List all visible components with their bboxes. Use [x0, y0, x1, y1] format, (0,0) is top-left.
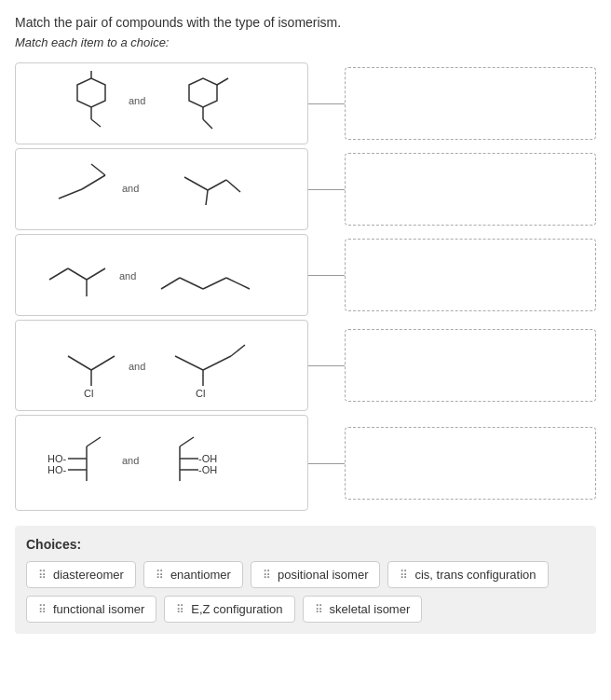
choice-label-3: positional isomer — [278, 568, 369, 582]
svg-line-30 — [175, 356, 203, 370]
svg-line-16 — [49, 268, 68, 280]
match-row-4: Cl and Cl — [15, 320, 596, 411]
svg-line-31 — [203, 356, 231, 370]
svg-line-18 — [87, 268, 105, 280]
svg-line-5 — [217, 78, 228, 85]
svg-line-3 — [91, 119, 101, 127]
svg-text:and: and — [129, 361, 145, 372]
svg-line-7 — [203, 119, 212, 129]
compound-svg-3: and — [40, 242, 282, 308]
drag-icon-6: ⠿ — [176, 603, 185, 616]
choice-skeletal-isomer[interactable]: ⠿ skeletal isomer — [303, 596, 423, 623]
drag-icon-5: ⠿ — [38, 603, 48, 616]
choice-label-6: E,Z configuration — [191, 602, 282, 616]
drag-icon-2: ⠿ — [156, 569, 165, 582]
choices-grid: ⠿ diastereomer ⠿ enantiomer ⠿ positional… — [26, 561, 585, 623]
sub-instructions: Match each item to a choice: — [15, 35, 596, 49]
answer-box-2[interactable] — [345, 153, 596, 226]
svg-line-14 — [226, 180, 240, 192]
svg-line-25 — [68, 356, 91, 370]
answer-box-5[interactable] — [345, 427, 596, 500]
svg-line-24 — [226, 278, 250, 289]
drag-icon-7: ⠿ — [315, 603, 324, 616]
svg-text:and: and — [119, 270, 136, 281]
choice-diastereomer[interactable]: ⠿ diastereomer — [26, 561, 136, 588]
svg-text:-OH: -OH — [198, 464, 217, 475]
drag-icon-1: ⠿ — [38, 569, 48, 582]
choices-section: Choices: ⠿ diastereomer ⠿ enantiomer ⠿ p… — [15, 526, 596, 634]
choice-positional-isomer[interactable]: ⠿ positional isomer — [251, 561, 381, 588]
match-row-1: and — [15, 62, 596, 144]
svg-line-17 — [68, 268, 87, 280]
svg-line-10 — [91, 164, 105, 175]
drag-icon-4: ⠿ — [400, 569, 409, 582]
svg-line-15 — [206, 190, 208, 205]
svg-marker-4 — [189, 78, 217, 107]
svg-text:and: and — [122, 455, 139, 466]
svg-line-13 — [208, 180, 226, 190]
choice-ez-configuration[interactable]: ⠿ E,Z configuration — [164, 596, 294, 623]
compound-svg-1: and — [40, 71, 282, 136]
svg-line-26 — [91, 356, 115, 370]
compound-box-5: HO- HO- and -OH -OH — [15, 415, 308, 511]
svg-text:HO-: HO- — [48, 453, 67, 464]
svg-line-45 — [180, 437, 194, 446]
drag-icon-3: ⠿ — [263, 569, 272, 582]
choice-label-5: functional isomer — [53, 602, 144, 616]
choice-cis-trans[interactable]: ⠿ cis, trans configuration — [387, 561, 548, 588]
match-row-2: and — [15, 148, 596, 230]
choice-label-2: enantiomer — [170, 568, 231, 582]
svg-line-8 — [59, 189, 82, 199]
match-area: and and — [15, 62, 596, 511]
svg-text:-OH: -OH — [198, 453, 217, 464]
compound-svg-2: and — [40, 157, 282, 222]
choice-enantiomer[interactable]: ⠿ enantiomer — [143, 561, 243, 588]
choice-label-1: diastereomer — [53, 568, 124, 582]
choice-label-7: skeletal isomer — [330, 602, 411, 616]
choice-functional-isomer[interactable]: ⠿ functional isomer — [26, 596, 156, 623]
svg-text:HO-: HO- — [48, 464, 67, 475]
compound-svg-5: HO- HO- and -OH -OH — [40, 423, 282, 502]
svg-text:Cl: Cl — [196, 388, 205, 399]
answer-box-4[interactable] — [345, 329, 596, 402]
compound-box-4: Cl and Cl — [15, 320, 308, 411]
instructions: Match the pair of compounds with the typ… — [15, 15, 596, 30]
and-text-1: and — [129, 95, 145, 106]
svg-marker-0 — [77, 78, 105, 107]
compound-box-1: and — [15, 62, 308, 144]
match-row-5: HO- HO- and -OH -OH — [15, 415, 596, 511]
svg-line-34 — [231, 345, 245, 356]
svg-line-12 — [184, 177, 208, 190]
choices-title: Choices: — [26, 537, 585, 552]
compound-box-2: and — [15, 148, 308, 230]
svg-line-38 — [87, 437, 101, 446]
match-row-3: and — [15, 234, 596, 316]
svg-line-22 — [180, 278, 203, 289]
answer-box-3[interactable] — [345, 239, 596, 311]
compound-svg-4: Cl and Cl — [40, 328, 282, 403]
answer-box-1[interactable] — [345, 67, 596, 140]
svg-line-21 — [161, 278, 180, 289]
svg-text:and: and — [122, 183, 139, 194]
choice-label-4: cis, trans configuration — [414, 568, 536, 582]
svg-text:Cl: Cl — [84, 388, 93, 399]
compound-box-3: and — [15, 234, 308, 316]
svg-line-9 — [82, 175, 105, 189]
svg-line-23 — [203, 278, 226, 289]
